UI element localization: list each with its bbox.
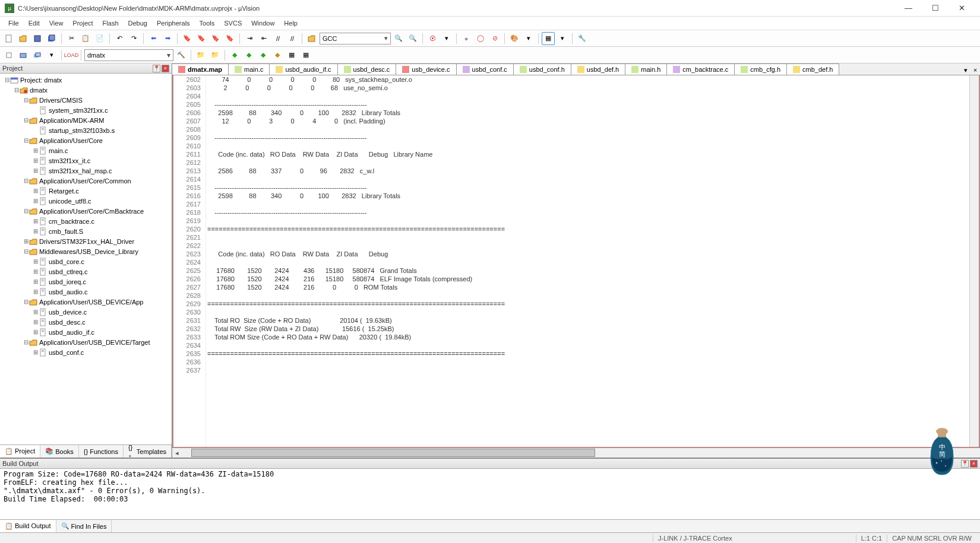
- tree-node[interactable]: ⊟Application/User/USB_DEVICE/App: [1, 297, 170, 307]
- menu-project[interactable]: Project: [68, 18, 97, 28]
- expand-icon[interactable]: ⊞: [32, 278, 39, 285]
- expand-icon[interactable]: ⊞: [32, 349, 39, 355]
- menu-help[interactable]: Help: [279, 18, 302, 28]
- batch-build-button[interactable]: ▾: [45, 49, 58, 62]
- window-split-button[interactable]: ▦: [542, 32, 555, 45]
- tree-node[interactable]: ⊞usbd_ioreq.c: [1, 277, 170, 287]
- file-tab[interactable]: main.h: [625, 63, 667, 75]
- debug-start-button[interactable]: ⦿: [426, 32, 439, 45]
- stop-button[interactable]: ▦: [299, 49, 312, 62]
- expand-icon[interactable]: ⊟: [23, 248, 29, 255]
- build-pin-button[interactable]: 📍: [961, 460, 969, 468]
- menu-tools[interactable]: Tools: [195, 18, 220, 28]
- tree-node[interactable]: ⊟Application/MDK-ARM: [1, 115, 170, 125]
- panel-pin-button[interactable]: 📍: [153, 65, 160, 72]
- proj-tab-templates[interactable]: {}₊Templates: [124, 445, 172, 458]
- download-button[interactable]: LOAD: [65, 49, 78, 62]
- incremental-find-button[interactable]: 🔍: [406, 32, 419, 45]
- file-tab[interactable]: usbd_conf.c: [457, 63, 514, 75]
- file-tab[interactable]: usbd_desc.c: [338, 63, 397, 75]
- expand-icon[interactable]: ⊞: [32, 188, 39, 194]
- nav-fwd-button[interactable]: ➡: [161, 32, 174, 45]
- menu-window[interactable]: Window: [246, 18, 279, 28]
- tree-node[interactable]: ⊟Application/User/Core/Common: [1, 176, 170, 186]
- expand-icon[interactable]: ⊞: [23, 238, 29, 244]
- file-tab[interactable]: cm_backtrace.c: [667, 63, 735, 75]
- tree-node[interactable]: ⊟Drivers/CMSIS: [1, 95, 170, 105]
- stop-record-button[interactable]: ⊘: [488, 32, 501, 45]
- tree-node[interactable]: ⊟Project: dmatx: [1, 75, 170, 85]
- save-button[interactable]: [31, 32, 44, 45]
- tree-node[interactable]: ⊟Application/User/USB_DEVICE/Target: [1, 337, 170, 347]
- tab-menu-button[interactable]: ▾: [961, 63, 970, 75]
- step-out-button[interactable]: ◆: [271, 49, 284, 62]
- tree-node[interactable]: startup_stm32f103xb.s: [1, 125, 170, 135]
- reset-button[interactable]: ▦: [285, 49, 298, 62]
- file-tab[interactable]: main.c: [229, 63, 270, 75]
- expand-icon[interactable]: ⊟: [23, 97, 29, 103]
- menu-edit[interactable]: Edit: [24, 18, 45, 28]
- expand-icon[interactable]: ⊞: [32, 258, 39, 265]
- wsplit-drop[interactable]: ▾: [556, 32, 569, 45]
- file-tab[interactable]: cmb_cfg.h: [735, 63, 787, 75]
- pal-drop[interactable]: ▾: [522, 32, 535, 45]
- expand-icon[interactable]: ⊞: [32, 167, 39, 174]
- expand-icon[interactable]: ⊞: [32, 228, 39, 234]
- uncomment-button[interactable]: //: [286, 32, 299, 45]
- target-select[interactable]: GCC: [320, 33, 391, 45]
- tree-node[interactable]: ⊟dmatx: [1, 85, 170, 95]
- breakpoints-button[interactable]: ▾: [440, 32, 453, 45]
- tree-node[interactable]: ⊟Application/User/Core/CmBacktrace: [1, 206, 170, 216]
- expand-icon[interactable]: ⊟: [23, 299, 29, 305]
- menu-peripherals[interactable]: Peripherals: [152, 18, 195, 28]
- bookmark-prev-button[interactable]: 🔖: [209, 32, 222, 45]
- options-button[interactable]: 🔨: [175, 49, 188, 62]
- record-button[interactable]: ●: [460, 32, 473, 45]
- tree-node[interactable]: ⊞usbd_core.c: [1, 256, 170, 266]
- expand-icon[interactable]: ⊞: [32, 288, 39, 295]
- expand-icon[interactable]: ⊟: [23, 339, 29, 345]
- tree-node[interactable]: ⊞stm32f1xx_it.c: [1, 155, 170, 166]
- menu-svcs[interactable]: SVCS: [219, 18, 246, 28]
- file-tab[interactable]: usb_device.c: [396, 63, 456, 75]
- file-tab[interactable]: dmatx.map: [172, 63, 229, 75]
- tree-node[interactable]: ⊞Drivers/STM32F1xx_HAL_Driver: [1, 236, 170, 246]
- paste-button[interactable]: 📄: [93, 32, 106, 45]
- menu-file[interactable]: File: [4, 18, 24, 28]
- replay-button[interactable]: ◯: [474, 32, 487, 45]
- file-tab[interactable]: usbd_audio_if.c: [270, 63, 337, 75]
- expand-icon[interactable]: ⊟: [23, 137, 29, 144]
- project-target-select[interactable]: dmatx: [84, 49, 173, 61]
- step-button[interactable]: ◆: [242, 49, 255, 62]
- proj-tab-functions[interactable]: {}Functions: [79, 445, 124, 458]
- tree-node[interactable]: ⊞usbd_desc.c: [1, 317, 170, 327]
- tree-node[interactable]: ⊞usbd_conf.c: [1, 347, 170, 357]
- file-tab[interactable]: usbd_def.h: [571, 63, 625, 75]
- expand-icon[interactable]: ⊞: [32, 309, 39, 315]
- panel-close-button[interactable]: ×: [162, 65, 169, 72]
- expand-icon[interactable]: ⊞: [32, 268, 39, 275]
- palette-button[interactable]: 🎨: [508, 32, 521, 45]
- build-output-text[interactable]: Program Size: Code=17680 RO-data=2424 RW…: [0, 469, 980, 519]
- close-button[interactable]: ✕: [949, 1, 975, 16]
- minimize-button[interactable]: —: [895, 1, 922, 16]
- expand-icon[interactable]: ⊟: [23, 117, 29, 123]
- find-button[interactable]: [305, 32, 318, 45]
- config-button[interactable]: 🔧: [576, 32, 589, 45]
- open-button[interactable]: [17, 32, 30, 45]
- bookmark-button[interactable]: 🔖: [181, 32, 194, 45]
- tree-node[interactable]: ⊞main.c: [1, 145, 170, 155]
- scrollbar-thumb[interactable]: [191, 449, 595, 457]
- nav-back-button[interactable]: ⬅: [147, 32, 160, 45]
- tree-node[interactable]: ⊞stm32f1xx_hal_msp.c: [1, 166, 170, 176]
- indent-in-button[interactable]: ⇥: [243, 32, 256, 45]
- proj-tab-books[interactable]: 📚Books: [40, 445, 79, 458]
- tab-close-button[interactable]: ×: [970, 63, 980, 75]
- editor-scrollbar-v[interactable]: [969, 75, 979, 447]
- comment-button[interactable]: //: [271, 32, 284, 45]
- code-content[interactable]: 74 0 0 0 0 80 sys_stackheap_outer.o 2 0 …: [206, 75, 969, 447]
- tree-node[interactable]: system_stm32f1xx.c: [1, 105, 170, 115]
- build-tab-find-in-files[interactable]: 🔍Find In Files: [56, 520, 112, 532]
- indent-out-button[interactable]: ⇤: [257, 32, 270, 45]
- find-in-files-button[interactable]: 🔍: [392, 32, 405, 45]
